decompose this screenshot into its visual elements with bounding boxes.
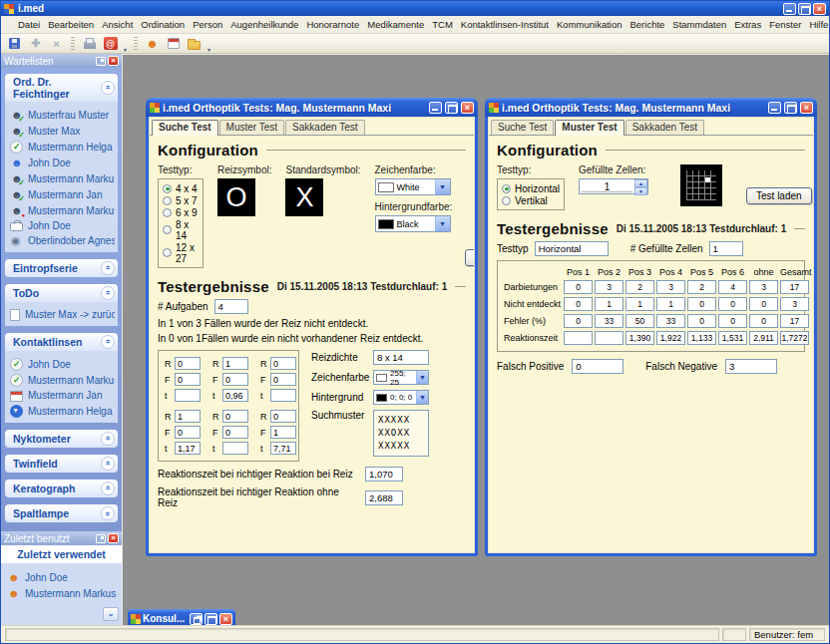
table-cell[interactable] [564, 331, 593, 345]
section-header[interactable]: Nyktometer » [5, 430, 118, 448]
spinner-value[interactable]: 1 [582, 180, 632, 192]
save-icon[interactable] [5, 35, 24, 52]
patient-list-item[interactable]: Mustermann Helga [10, 139, 115, 155]
panel-close-icon[interactable]: × [108, 533, 119, 543]
table-cell[interactable]: 1 [595, 297, 623, 311]
f-field[interactable]: 0 [175, 373, 201, 386]
table-cell[interactable]: 2,911 [749, 331, 778, 345]
maximize-button[interactable] [445, 102, 458, 114]
section-header[interactable]: Spaltlampe » [5, 504, 118, 522]
hintergrund-dropdown[interactable]: 0; 0; 0 ▼ [373, 390, 429, 405]
tab[interactable]: Suche Test [152, 120, 218, 136]
r-field[interactable]: 1 [222, 357, 248, 370]
menu-item[interactable]: TCM [428, 17, 457, 32]
patient-list-item[interactable]: Mustermann Jan [10, 186, 115, 202]
spinner-up-icon[interactable]: ▲ [634, 179, 647, 187]
menu-item[interactable]: Fenster [765, 17, 805, 32]
table-cell[interactable]: 0 [687, 297, 716, 311]
section-header[interactable]: Twinfield » [5, 455, 118, 473]
print-icon[interactable] [80, 35, 99, 52]
radio-icon[interactable] [163, 248, 172, 257]
tab[interactable]: Muster Test [555, 120, 623, 136]
falsch-positive-field[interactable]: 0 [572, 359, 623, 374]
dropdown-arrow-icon[interactable]: ▼ [435, 216, 450, 231]
patient-icon[interactable]: ☻ [143, 35, 162, 52]
table-cell[interactable]: 0 [564, 297, 593, 311]
toolbar-overflow-icon[interactable]: ▾ [206, 46, 212, 53]
patient-list-item[interactable]: Musterfrau Muster [10, 107, 115, 123]
table-cell[interactable]: 1,531 [718, 331, 747, 345]
r-field[interactable]: 0 [270, 357, 296, 370]
minimize-button[interactable] [768, 102, 781, 114]
r-field[interactable]: 0 [270, 410, 296, 423]
minimize-button[interactable] [783, 3, 796, 15]
table-cell[interactable]: 3 [749, 280, 778, 294]
table-cell[interactable] [595, 331, 623, 345]
table-cell[interactable]: 3 [656, 280, 685, 294]
table-cell[interactable]: 3 [780, 297, 809, 311]
maximize-button[interactable] [798, 3, 811, 15]
r-field[interactable]: 0 [175, 357, 201, 370]
f-field[interactable]: 0 [222, 426, 248, 439]
table-cell[interactable]: 33 [595, 314, 623, 328]
menu-item[interactable]: Kontaktlinsen-Institut [457, 17, 553, 32]
menu-item[interactable]: Honorarnote [302, 17, 363, 32]
table-cell[interactable]: 1 [625, 297, 654, 311]
patient-list-item[interactable]: Mustermann Jan [10, 388, 115, 403]
testtyp-result-field[interactable]: Horizontal [535, 241, 609, 256]
patient-list-item[interactable]: John Doe [10, 155, 115, 170]
calendar-icon[interactable] [164, 35, 183, 52]
menu-item[interactable]: Person [189, 17, 226, 32]
panel-close-icon[interactable]: × [108, 56, 119, 66]
t-field[interactable] [270, 389, 296, 402]
menu-item[interactable]: Hilfe [805, 17, 830, 32]
documents-icon[interactable] [185, 35, 204, 52]
collapse-chevron-icon[interactable]: » [101, 482, 115, 495]
radio-icon[interactable] [163, 225, 172, 234]
f-field[interactable]: 0 [175, 426, 201, 439]
email-icon[interactable] [101, 35, 120, 52]
collapse-chevron-icon[interactable]: » [101, 261, 115, 275]
section-header[interactable]: Kontaktlinsen » [5, 333, 118, 351]
close-button[interactable]: × [461, 102, 474, 114]
menu-item[interactable]: Berichte [626, 17, 669, 32]
delete-icon[interactable]: × [47, 35, 66, 52]
recent-expand-icon[interactable]: ⌄ [103, 607, 119, 621]
table-cell[interactable]: 50 [625, 314, 654, 328]
tab[interactable]: Suche Test [491, 120, 554, 135]
dropdown-arrow-icon[interactable]: ▼ [435, 179, 450, 194]
falsch-negative-field[interactable]: 3 [725, 359, 777, 374]
table-cell[interactable]: 2 [625, 280, 654, 294]
close-button[interactable]: × [813, 3, 826, 15]
section-header[interactable]: Ord. Dr. Feichtinger » [5, 74, 118, 102]
r-field[interactable]: 1 [175, 410, 201, 423]
table-cell[interactable]: 1,133 [687, 331, 716, 345]
menu-item[interactable]: Extras [730, 17, 765, 32]
testtyp-option[interactable]: 4 x 4 [163, 182, 199, 194]
table-cell[interactable]: 33 [656, 314, 685, 328]
collapse-chevron-icon[interactable]: » [101, 457, 115, 471]
section-header[interactable]: ToDo » [5, 284, 118, 302]
patient-list-item[interactable]: Mustermann Markus [10, 202, 115, 218]
rt-ohne-field[interactable]: 2,688 [365, 490, 403, 505]
t-field[interactable] [175, 389, 201, 402]
pin-icon[interactable] [96, 57, 106, 66]
close-button[interactable]: × [800, 102, 813, 114]
todo-list-item[interactable]: Muster Max -> zurückr... [10, 307, 115, 322]
collapse-chevron-icon[interactable]: » [101, 286, 115, 300]
rt-mit-field[interactable]: 1,070 [365, 467, 403, 482]
menu-item[interactable]: Ordination [137, 17, 189, 32]
restore-button[interactable] [190, 613, 203, 625]
dropdown-arrow-icon[interactable]: ▼ [416, 391, 428, 404]
patient-list-item[interactable]: John Doe [10, 218, 115, 232]
menu-item[interactable]: Kommunikation [553, 17, 625, 32]
table-cell[interactable]: 0 [749, 314, 778, 328]
t-field[interactable]: 0,96 [222, 389, 248, 402]
tab[interactable]: Muster Test [219, 120, 285, 135]
radio-icon[interactable] [163, 184, 172, 193]
menu-item[interactable]: Medikamente [363, 17, 428, 32]
hintergrundfarbe-dropdown[interactable]: Black ▼ [375, 215, 451, 232]
table-cell[interactable]: 1,390 [625, 331, 654, 345]
radio-icon[interactable] [163, 196, 172, 205]
tab[interactable]: Sakkaden Test [285, 120, 364, 135]
